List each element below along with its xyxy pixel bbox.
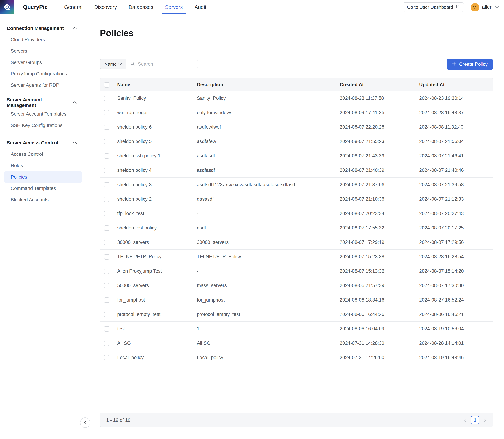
sidebar-section: Server Access Control Access ControlRole… — [4, 137, 82, 206]
row-checkbox[interactable] — [104, 297, 109, 303]
chevron-down-icon[interactable] — [495, 6, 499, 9]
create-policy-button[interactable]: Create Policy — [446, 59, 493, 70]
table-row[interactable]: protocol_empty_test protocol_empty_test … — [100, 307, 493, 322]
table-row[interactable]: for_jumphost for_jumphost 2024-08-06 18:… — [100, 293, 493, 307]
table-row[interactable]: sheldon policy 3 asdfsdf1123zxcvzxcvasdf… — [100, 178, 493, 192]
sidebar-section-header[interactable]: Connection Management — [4, 23, 82, 34]
sidebar-section-title: Server Access Control — [7, 140, 58, 146]
sidebar-item-access-control[interactable]: Access Control — [4, 148, 82, 160]
row-checkbox[interactable] — [104, 254, 109, 259]
table-row[interactable]: sheldon test policy asdf 2024-08-07 17:5… — [100, 221, 493, 235]
row-checkbox[interactable] — [104, 211, 109, 216]
nav-tab-audit[interactable]: Audit — [194, 0, 206, 14]
sidebar-collapse-button[interactable] — [80, 417, 90, 428]
table-row[interactable]: TELNET/FTP_Policy TELNET/FTP_Policy 2024… — [100, 250, 493, 264]
sidebar-item-ssh-key-configurations[interactable]: SSH Key Configurations — [4, 120, 82, 131]
nav-tab-servers[interactable]: Servers — [165, 0, 183, 14]
sidebar-section-header[interactable]: Server Account Management — [4, 97, 82, 108]
chevron-up-icon[interactable] — [72, 141, 77, 145]
sidebar-item-server-account-templates[interactable]: Server Account Templates — [4, 108, 82, 120]
row-checkbox[interactable] — [104, 240, 109, 245]
search-field-selector[interactable]: Name — [100, 59, 126, 69]
row-name-cell: sheldon ssh policy 1 — [111, 149, 191, 163]
row-checkbox[interactable] — [104, 124, 109, 130]
row-updated-at-cell: 2024-08-07 21:56:04 — [413, 134, 493, 149]
sidebar-item-cloud-providers[interactable]: Cloud Providers — [4, 34, 82, 45]
toolbar: Name Create Policy — [100, 59, 493, 70]
column-header-name[interactable]: Name — [111, 78, 191, 91]
sidebar-item-servers[interactable]: Servers — [4, 45, 82, 57]
row-checkbox[interactable] — [104, 139, 109, 144]
table-row[interactable]: sheldon policy 5 asdfafew 2024-08-07 21:… — [100, 134, 493, 149]
sidebar-item-policies[interactable]: Policies — [4, 171, 82, 183]
row-checkbox[interactable] — [104, 96, 109, 101]
table-row[interactable]: tfp_lock_test - 2024-08-07 20:23:34 2024… — [100, 206, 493, 221]
nav-tab-discovery[interactable]: Discovery — [94, 0, 117, 14]
row-checkbox[interactable] — [104, 283, 109, 288]
table-row[interactable]: Local_policy Local_policy 2024-07-31 14:… — [100, 350, 493, 365]
table-row[interactable]: 50000_servers mass_servers 2024-08-06 21… — [100, 278, 493, 293]
search-input[interactable] — [137, 61, 194, 67]
sidebar-item-proxyjump-configurations[interactable]: ProxyJump Configurations — [4, 68, 82, 80]
top-navigation-bar: QueryPie GeneralDiscoveryDatabasesServer… — [0, 0, 504, 14]
page-number-button[interactable]: 1 — [471, 416, 479, 424]
column-header-updated-at[interactable]: Updated At — [413, 78, 493, 91]
column-header-description[interactable]: Description — [191, 78, 334, 91]
row-checkbox[interactable] — [104, 312, 109, 317]
table-row[interactable]: sheldon ssh policy 1 asdfasdf 2024-08-07… — [100, 149, 493, 163]
sidebar-item-roles[interactable]: Roles — [4, 160, 82, 171]
row-checkbox[interactable] — [104, 326, 109, 331]
row-checkbox[interactable] — [104, 153, 109, 159]
table-row[interactable]: 30000_servers 30000_servers 2024-08-07 1… — [100, 235, 493, 250]
table-row[interactable]: Allen Proxyjump Test - 2024-08-07 15:13:… — [100, 264, 493, 278]
nav-tab-general[interactable]: General — [64, 0, 83, 14]
chevron-up-icon[interactable] — [72, 101, 77, 104]
sidebar-item-server-groups[interactable]: Server Groups — [4, 57, 82, 68]
row-name-cell: All SG — [111, 336, 191, 350]
row-name-cell: TELNET/FTP_Policy — [111, 250, 191, 264]
external-link-icon — [456, 4, 460, 10]
table-row[interactable]: sheldon policy 2 dasasdf 2024-08-07 21:1… — [100, 192, 493, 206]
row-description-cell: - — [191, 264, 334, 278]
row-created-at-cell: 2024-07-31 14:26:00 — [334, 350, 413, 365]
table-row[interactable]: sheldon policy 4 asdfasdf 2024-08-07 21:… — [100, 163, 493, 178]
row-checkbox[interactable] — [104, 182, 109, 187]
table-row[interactable]: test 1 2024-08-06 16:04:09 2024-08-19 10… — [100, 322, 493, 336]
next-page-icon[interactable] — [483, 418, 487, 423]
row-description-cell: Local_policy — [191, 350, 334, 365]
column-header-created-at[interactable]: Created At — [334, 78, 413, 91]
go-to-user-dashboard-button[interactable]: Go to User Dashboard — [403, 2, 464, 12]
row-name-cell: 30000_servers — [111, 235, 191, 250]
row-checkbox[interactable] — [104, 341, 109, 346]
user-avatar[interactable] — [471, 3, 479, 11]
row-created-at-cell: 2024-08-07 21:40:39 — [334, 163, 413, 178]
pagination-range-text: 1 - 19 of 19 — [106, 417, 131, 423]
row-checkbox[interactable] — [104, 196, 109, 202]
row-checkbox[interactable] — [104, 268, 109, 274]
table-row[interactable]: Sanity_Policy Sanity_Policy 2024-08-23 1… — [100, 91, 493, 106]
row-description-cell: Sanity_Policy — [191, 91, 334, 106]
row-checkbox[interactable] — [104, 355, 109, 360]
sidebar-section: Connection Management Cloud ProvidersSer… — [4, 23, 82, 91]
row-checkbox[interactable] — [104, 168, 109, 173]
sidebar-section-header[interactable]: Server Access Control — [4, 137, 82, 148]
row-description-cell: asdfsdf1123zxcvzxcvasdfasdfaasdfasdfsdfa… — [191, 178, 334, 192]
sidebar: Connection Management Cloud ProvidersSer… — [0, 14, 85, 439]
row-checkbox[interactable] — [104, 225, 109, 231]
sidebar-item-blocked-accounts[interactable]: Blocked Accounts — [4, 194, 82, 206]
select-all-checkbox[interactable] — [104, 82, 109, 87]
row-checkbox[interactable] — [104, 110, 109, 115]
row-description-cell: only for windows — [191, 106, 334, 120]
sidebar-item-server-agents-for-rdp[interactable]: Server Agents for RDP — [4, 80, 82, 91]
chevron-up-icon[interactable] — [72, 27, 77, 30]
table-row[interactable]: win_rdp_roger only for windows 2024-08-0… — [100, 106, 493, 120]
table-row[interactable]: sheldon policy 6 asdfewfwef 2024-08-07 2… — [100, 120, 493, 134]
row-name-cell: protocol_empty_test — [111, 307, 191, 322]
sidebar-item-command-templates[interactable]: Command Templates — [4, 183, 82, 194]
querypie-logo-icon[interactable] — [0, 0, 14, 14]
row-checkbox-cell — [100, 178, 111, 192]
previous-page-icon[interactable] — [463, 418, 467, 423]
nav-tab-databases[interactable]: Databases — [129, 0, 153, 14]
table-row[interactable]: All SG All SG 2024-07-31 14:28:39 2024-0… — [100, 336, 493, 350]
policies-table: Name Description Created At Updated At S… — [100, 78, 493, 365]
